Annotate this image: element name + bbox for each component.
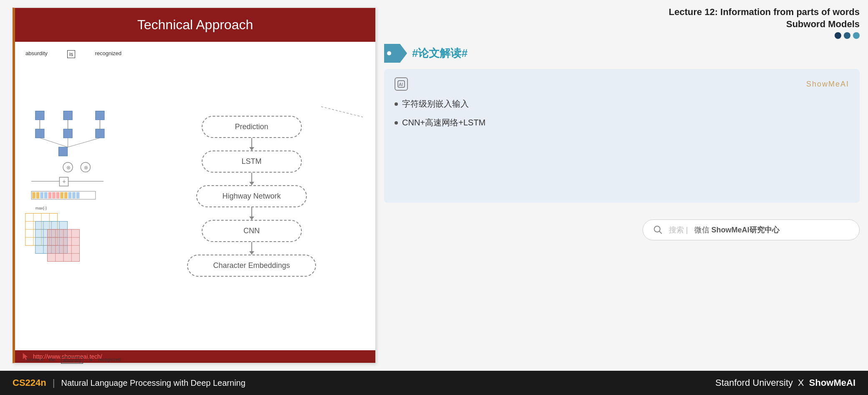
svg-line-55 — [321, 107, 363, 117]
neural-net-svg: ⊗ ⊗ + — [23, 61, 124, 353]
bullet-dot-2 — [395, 121, 398, 125]
svg-rect-12 — [58, 147, 67, 156]
svg-rect-0 — [35, 111, 44, 120]
lecture-title-line1: Lecture 12: Information from parts of wo… — [384, 6, 860, 18]
svg-text:max{·}: max{·} — [35, 206, 47, 210]
showmeai-brand: ShowMeAI — [806, 80, 849, 89]
svg-rect-25 — [48, 192, 52, 199]
diagram-top-labels: absurdity is recognized — [23, 50, 124, 58]
footer-divider: | — [53, 377, 55, 388]
svg-text:AI: AI — [399, 82, 403, 87]
svg-text:⊗: ⊗ — [66, 165, 71, 170]
svg-rect-26 — [52, 192, 56, 199]
flow-box-highway: Highway Network — [196, 185, 306, 207]
bottom-right: Stanford University X ShowMeAI — [715, 377, 855, 388]
svg-rect-29 — [64, 192, 68, 199]
bottom-left: CS224n | Natural Language Processing wit… — [13, 377, 245, 388]
flow-diagram: Prediction LSTM Highway Network CNN Char — [136, 46, 367, 346]
flow-highway-section: Highway Network — [136, 185, 367, 220]
svg-line-9 — [40, 138, 68, 147]
tag-icon-svg — [384, 44, 407, 63]
svg-rect-1 — [63, 111, 72, 120]
flow-arrow-3 — [251, 207, 252, 220]
search-icon — [653, 225, 663, 234]
label-recognized: recognized — [95, 50, 121, 58]
label-absurdity: absurdity — [25, 50, 48, 58]
svg-line-11 — [68, 138, 100, 147]
svg-rect-3 — [35, 129, 44, 138]
title-dots — [384, 32, 860, 39]
bullet-text-2: CNN+高速网络+LSTM — [402, 117, 486, 128]
svg-rect-23 — [40, 192, 43, 199]
course-name: Natural Language Processing with Deep Le… — [61, 378, 245, 388]
tag-icon-container — [384, 44, 407, 63]
slide-body: absurdity is recognized — [15, 42, 375, 350]
search-label: 微信 ShowMeAI研究中心 — [694, 225, 779, 235]
svg-rect-4 — [63, 129, 72, 138]
svg-rect-24 — [44, 192, 48, 199]
svg-rect-27 — [56, 192, 60, 199]
svg-rect-30 — [68, 192, 72, 199]
bottom-word-labels: moment the absurdity is recognized — [23, 357, 124, 364]
flow-arrow-2 — [251, 173, 252, 185]
neural-diagram: absurdity is recognized — [19, 46, 128, 346]
svg-rect-5 — [96, 129, 104, 138]
flow-arrow-4 — [251, 242, 252, 255]
bullet-dot-1 — [395, 102, 398, 106]
slide-header: Technical Approach — [15, 8, 375, 42]
info-box: AI ShowMeAI 字符级别嵌入输入 CNN+高速网络+LSTM — [384, 69, 860, 203]
bullet-text-1: 字符级别嵌入输入 — [402, 98, 469, 110]
svg-rect-31 — [72, 192, 76, 199]
flow-box-lstm: LSTM — [202, 150, 302, 173]
tag-row: #论文解读# — [384, 44, 860, 63]
svg-point-58 — [387, 51, 391, 56]
tag-text: #论文解读# — [412, 46, 468, 61]
flow-embeddings-section: Character Embeddings — [136, 255, 367, 277]
svg-rect-21 — [32, 192, 35, 199]
ai-symbol: AI — [397, 80, 405, 88]
search-bar[interactable]: 搜索 | 微信 ShowMeAI研究中心 — [643, 219, 860, 240]
right-panel-content: Lecture 12: Information from parts of wo… — [384, 6, 860, 364]
flow-box-prediction: Prediction — [202, 116, 302, 138]
svg-text:+: + — [62, 178, 66, 185]
dot-1 — [835, 32, 841, 39]
lecture-title-line2: Subword Models — [384, 18, 860, 31]
svg-rect-2 — [96, 111, 104, 120]
bullet-1: 字符级别嵌入输入 — [395, 98, 849, 110]
flow-box-embeddings: Character Embeddings — [187, 255, 316, 277]
flow-arrow-1 — [251, 138, 252, 150]
x-separator: X — [798, 377, 804, 388]
svg-line-62 — [659, 231, 662, 234]
slide-panel: Technical Approach absurdity is recogniz… — [13, 8, 376, 363]
lecture-title: Lecture 12: Information from parts of wo… — [384, 6, 860, 30]
course-code: CS224n — [13, 377, 46, 388]
flow-cnn-section: CNN — [136, 220, 367, 255]
dashed-connector-svg — [321, 94, 371, 119]
dot-3 — [853, 32, 860, 39]
search-divider: 搜索 | — [669, 225, 688, 235]
right-panel: Lecture 12: Information from parts of wo… — [376, 0, 868, 371]
svg-point-61 — [654, 226, 660, 232]
flow-lstm-section: LSTM — [136, 150, 367, 185]
search-bar-container: 搜索 | 微信 ShowMeAI研究中心 — [384, 211, 860, 240]
ai-icon: AI — [395, 77, 408, 91]
slide-title: Technical Approach — [137, 17, 253, 32]
svg-rect-22 — [36, 192, 40, 199]
showmeai-footer-text: ShowMeAI — [809, 377, 855, 388]
stanford-text: Stanford University — [715, 377, 793, 388]
svg-rect-32 — [76, 192, 80, 199]
label-is: is — [67, 50, 75, 58]
bullet-2: CNN+高速网络+LSTM — [395, 117, 849, 128]
dot-2 — [844, 32, 850, 39]
bottom-bar: CS224n | Natural Language Processing wit… — [0, 371, 868, 395]
info-box-header: AI ShowMeAI — [395, 77, 849, 91]
svg-rect-28 — [60, 192, 63, 199]
flow-box-cnn: CNN — [202, 220, 302, 242]
svg-text:⊗: ⊗ — [84, 165, 88, 170]
flow-prediction-section: Prediction — [136, 116, 367, 150]
